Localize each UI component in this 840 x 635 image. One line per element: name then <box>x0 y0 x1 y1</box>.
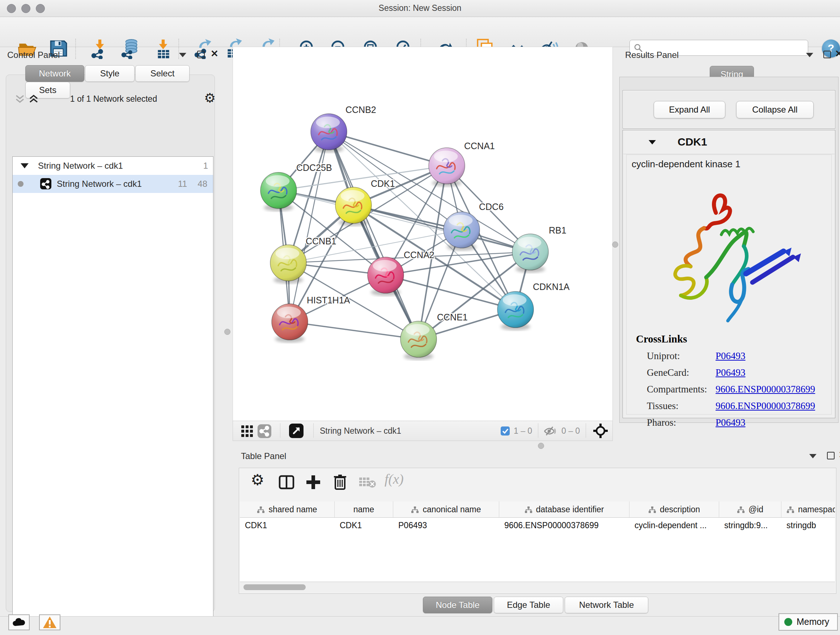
warning-button[interactable] <box>39 614 60 630</box>
birds-eye-grid-icon[interactable] <box>241 425 253 437</box>
tree-column-icon <box>737 506 745 513</box>
table-cell[interactable]: stringdb <box>782 517 835 533</box>
separator <box>313 423 314 438</box>
crosslink-link[interactable]: 9606.ENSP00000378699 <box>715 384 815 395</box>
column-label: shared name <box>268 505 317 515</box>
network-row-selected[interactable]: String Network – cdk1 11 48 <box>13 175 213 193</box>
tree-expander-icon[interactable] <box>21 163 28 168</box>
crosslink-link[interactable]: P06493 <box>715 417 745 428</box>
column-label: name <box>354 505 374 515</box>
crosslink-link[interactable]: P06493 <box>715 367 745 378</box>
control-tab-network[interactable]: Network <box>25 65 84 82</box>
network-node-CDKN1A[interactable]: CDKN1A <box>497 282 570 331</box>
selected-checkbox-icon[interactable] <box>501 426 510 435</box>
table-cell[interactable]: cyclin-dependent ... <box>630 517 719 533</box>
clear-table-icon-disabled <box>358 476 377 489</box>
column-label: description <box>660 505 700 515</box>
horizontal-scrollbar[interactable] <box>240 582 835 592</box>
show-columns-icon[interactable] <box>278 474 295 491</box>
table-panel-title: Table Panel <box>241 451 286 461</box>
fit-content-crosshair-icon[interactable] <box>593 423 608 439</box>
network-selection-status: 1 of 1 Network selected <box>9 94 218 104</box>
network-tree: String Network – cdk1 1 String Network –… <box>12 157 213 635</box>
hidden-counts: 0 – 0 <box>561 421 580 440</box>
table-row[interactable]: CDK1CDK1P064939606.ENSP00000378699cyclin… <box>240 517 835 533</box>
network-node-CCNB1[interactable]: CCNB1 <box>270 236 336 284</box>
results-panel-title: Results Panel <box>625 50 679 60</box>
node-label-CCNA1: CCNA1 <box>464 141 495 151</box>
panel-menu-icon[interactable] <box>809 454 816 458</box>
crosslink-row: Uniprot:P06493 <box>647 350 828 367</box>
network-node-RB1[interactable]: RB1 <box>512 225 567 273</box>
scrollbar-thumb[interactable] <box>243 584 306 590</box>
network-node-CDK1[interactable]: CDK1 <box>335 179 395 226</box>
column-header-id[interactable]: @id <box>719 501 782 517</box>
table-settings-gear-icon[interactable]: ⚙ <box>251 471 264 489</box>
memory-status-dot-icon <box>784 618 792 626</box>
string-network-icon <box>40 178 51 189</box>
column-header-databaseidentifier[interactable]: database identifier <box>499 501 630 517</box>
left-splitter-handle[interactable] <box>224 329 231 335</box>
memory-button[interactable]: Memory <box>778 613 838 631</box>
table-cell[interactable]: CDK1 <box>335 517 393 533</box>
column-header-name[interactable]: name <box>335 501 393 517</box>
network-list-gear-icon[interactable]: ⚙ <box>204 90 216 105</box>
network-edge-HIST1H1A-CCNE1[interactable] <box>290 322 418 339</box>
control-tab-select[interactable]: Select <box>135 65 189 82</box>
node-label-CCNB1: CCNB1 <box>306 236 336 246</box>
network-canvas[interactable]: CCNB2CCNA1CDC25BCDK1CDC6RB1CCNB1CCNA2CDK… <box>233 47 613 421</box>
crosslink-label: Pharos: <box>647 417 676 428</box>
panel-float-icon[interactable] <box>197 51 205 58</box>
panel-close-icon[interactable]: ✕ <box>835 50 840 57</box>
expand-all-button[interactable]: Expand All <box>654 101 725 119</box>
control-tab-style[interactable]: Style <box>85 65 134 82</box>
network-node-CCNE1[interactable]: CCNE1 <box>401 312 468 360</box>
table-tab-edge-table[interactable]: Edge Table <box>494 597 563 613</box>
collapse-all-button[interactable]: Collapse All <box>736 101 813 119</box>
right-splitter-handle[interactable] <box>612 241 618 248</box>
open-in-window-icon[interactable] <box>289 424 303 438</box>
network-node-CCNA1[interactable]: CCNA1 <box>429 141 495 187</box>
results-entry-header[interactable]: CDK1 <box>623 131 835 154</box>
table-tab-node-table[interactable]: Node Table <box>423 597 493 613</box>
table-cell[interactable]: P06493 <box>393 517 499 533</box>
application-window: Session: New Session <box>0 0 840 635</box>
table-cell[interactable]: 9606.ENSP00000378699 <box>499 517 630 533</box>
window-titlebar: Session: New Session <box>0 0 840 17</box>
add-column-icon[interactable] <box>305 474 322 491</box>
network-node-HIST1H1A[interactable]: HIST1H1A <box>272 295 350 343</box>
crosslinks-list: Uniprot:P06493GeneCard:P06493Compartment… <box>647 350 828 434</box>
string-app-icon[interactable] <box>257 424 271 438</box>
crosslink-link[interactable]: 9606.ENSP00000378699 <box>715 401 815 412</box>
cloud-icon <box>9 615 29 630</box>
crosslink-link[interactable]: P06493 <box>715 350 745 362</box>
column-header-canonicalname[interactable]: canonical name <box>393 501 499 517</box>
column-header-description[interactable]: description <box>630 501 719 517</box>
column-header-namespace[interactable]: namespace <box>782 501 835 517</box>
panel-float-icon[interactable] <box>827 452 835 459</box>
results-entry-cdk1: CDK1 cyclin-dependent kinase 1 <box>623 130 835 418</box>
network-edge-CCNB2-CCNE1[interactable] <box>329 132 418 339</box>
network-edge-CDK1-RB1[interactable] <box>354 205 531 252</box>
delete-column-icon[interactable] <box>332 473 348 491</box>
panel-close-icon[interactable]: ✕ <box>838 451 840 458</box>
node-table: shared namenamecanonical namedatabase id… <box>240 501 835 581</box>
panel-menu-icon[interactable] <box>179 53 186 57</box>
crosslink-label: Uniprot: <box>647 350 680 361</box>
crosslink-label: Tissues: <box>647 401 679 411</box>
table-cell[interactable]: CDK1 <box>240 517 335 533</box>
panel-float-icon[interactable] <box>823 51 831 58</box>
column-header-sharedname[interactable]: shared name <box>240 501 335 517</box>
panel-close-icon[interactable]: ✕ <box>210 50 218 57</box>
horizontal-splitter-handle[interactable] <box>538 443 544 449</box>
entry-collapse-icon[interactable] <box>649 140 656 144</box>
tree-column-icon <box>524 506 532 513</box>
network-edge-CCNB2-HIST1H1A[interactable] <box>290 132 329 322</box>
protein-structure-image <box>649 180 808 325</box>
network-collection-row[interactable]: String Network – cdk1 1 <box>13 157 213 175</box>
cloud-button[interactable] <box>8 614 30 630</box>
panel-menu-icon[interactable] <box>806 53 813 57</box>
table-cell[interactable]: stringdb:9... <box>719 517 782 533</box>
node-label-CDK1: CDK1 <box>371 179 395 188</box>
table-tab-network-table[interactable]: Network Table <box>565 597 648 613</box>
